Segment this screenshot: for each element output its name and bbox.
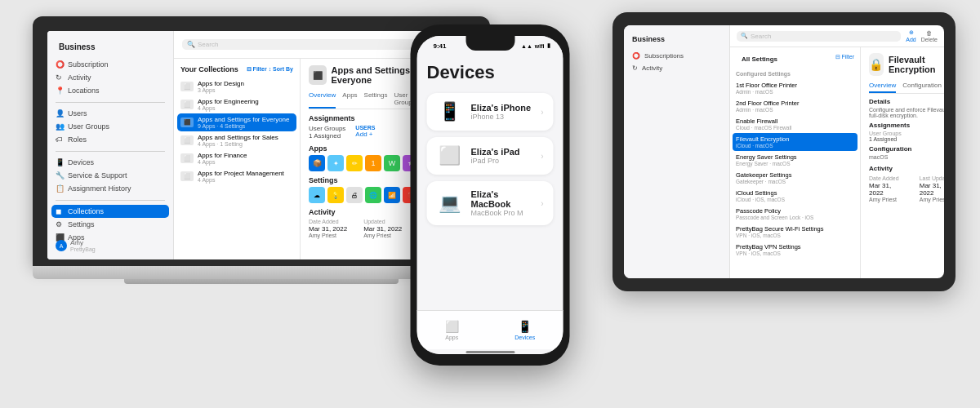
phone-notch	[466, 36, 514, 51]
tablet-sidebar-subscriptions[interactable]: ⭕ Subscriptions	[624, 50, 729, 62]
collection-item-1[interactable]: ⬜ Apps for Engineering 4 Apps	[174, 95, 300, 113]
device-type-2: MacBook Pro M	[471, 209, 533, 217]
collection-item-2[interactable]: ⬛ Apps and Settings for Everyone 9 Apps …	[177, 113, 296, 131]
fv-details-title: Details	[869, 98, 944, 105]
settings-item-7[interactable]: Passcode Policy Passcode and Screen Lock…	[730, 205, 860, 223]
sidebar-item-collections[interactable]: ◼ Collections	[51, 205, 169, 218]
battery-icon: ▮	[547, 42, 550, 49]
sidebar-divider-3	[56, 200, 165, 201]
fv-date-added: Date Added Mar 31, 2022 Amy Priest	[869, 175, 907, 202]
laptop-sidebar: Business ⭕ Subscription ↻ Activity 📍	[47, 31, 174, 259]
tab-apps-icon: ⬜	[445, 320, 459, 333]
device-img-0: 📱	[437, 101, 463, 122]
settings-item-9[interactable]: PrettyBag VPN Settings VPN · iOS, macOS	[730, 241, 860, 259]
tab-settings[interactable]: Settings	[364, 90, 388, 109]
settings-item-6[interactable]: iCloud Settings iCloud · iOS, macOS	[730, 187, 860, 205]
settings-item-4[interactable]: Energy Saver Settings Energy Saver · mac…	[730, 151, 860, 169]
phone-tab-apps[interactable]: ⬜ Apps	[445, 320, 459, 340]
sidebar-item-subscription[interactable]: ⭕ Subscription	[47, 58, 173, 71]
sidebar-item-activity[interactable]: ↻ Activity	[47, 71, 173, 84]
set-icon-4: 📶	[384, 187, 400, 203]
subscription-icon: ⭕	[56, 60, 64, 69]
tablet-sidebar-activity[interactable]: ↻ Activity	[624, 62, 729, 74]
app-icon-0: 📦	[309, 155, 325, 171]
tablet-content: All Settings ⊟ Filter Configured Setting…	[730, 47, 944, 278]
tablet-screen: Business ⭕ Subscriptions ↻ Activity	[624, 25, 944, 278]
history-icon: 📋	[56, 184, 64, 193]
settings-item-1[interactable]: 2nd Floor Office Printer Admin · macOS	[730, 97, 860, 115]
fv-header: 🔒 Filevault Encryption ✎	[869, 53, 944, 76]
activity-icon: ↻	[56, 73, 64, 82]
fv-icon: 🔒	[869, 53, 884, 76]
sidebar-item-usergroups[interactable]: 👥 User Groups	[47, 120, 173, 133]
settings-item-3[interactable]: Filevault Encryption iCloud · macOS	[733, 133, 858, 151]
col-icon-2: ⬛	[180, 118, 194, 127]
phone-content: Devices 📱 Eliza's iPhone iPhone 13 › ⬜ E…	[417, 55, 564, 310]
tablet-bezel: Business ⭕ Subscriptions ↻ Activity	[612, 12, 956, 291]
tablet-add-icon: ⊕	[909, 29, 914, 36]
settings-filter-btn[interactable]: ⊟ Filter	[835, 54, 855, 66]
collection-item-5[interactable]: ⬜ Apps for Project Management 4 Apps	[174, 167, 300, 185]
user-sub: PrettyBag	[70, 246, 96, 252]
chevron-right-1: ›	[541, 152, 543, 161]
collection-item-0[interactable]: ⬜ Apps for Design 3 Apps	[174, 78, 300, 95]
fv-date-updated: Last Updated Mar 31, 2022 Amy Priest	[920, 175, 944, 202]
device-card-0[interactable]: 📱 Eliza's iPhone iPhone 13 ›	[427, 93, 554, 131]
set-icon-3: 🌐	[365, 187, 381, 203]
tab-apps[interactable]: Apps	[342, 90, 357, 109]
sidebar-item-devices[interactable]: 📱 Devices	[47, 156, 173, 169]
search-box[interactable]: 🔍 Search	[182, 39, 424, 50]
col-icon-0: ⬜	[180, 82, 194, 91]
sidebar-item-users[interactable]: 👤 Users	[47, 107, 173, 120]
laptop-foot	[124, 279, 399, 284]
settings-item-2[interactable]: Enable Firewall Cloud · macOS Firewall	[730, 115, 860, 133]
fv-config-val: macOS	[869, 154, 944, 160]
phone-device: 9:41 ▲▲ wifi ▮ Devices 📱 Eliza's iPhone …	[411, 24, 570, 366]
device-card-2[interactable]: 💻 Eliza's MacBook MacBook Pro M ›	[427, 181, 554, 225]
settings-icon: ⚙	[56, 220, 64, 228]
settings-item-5[interactable]: Gatekeeper Settings Gatekeeper · macOS	[730, 169, 860, 187]
users-icon: 👤	[56, 109, 64, 118]
collections-header: Your Collections ⊟ Filter ↕ Sort By	[174, 64, 300, 78]
filter-sort[interactable]: ⊟ Filter ↕ Sort By	[247, 66, 293, 73]
sidebar-item-roles[interactable]: 🏷 Roles	[47, 133, 173, 146]
usergroups-icon: 👥	[56, 122, 64, 131]
col-icon-4: ⬜	[180, 153, 194, 163]
fv-title: Filevault Encryption	[889, 55, 943, 74]
devices-icon: 📱	[56, 158, 64, 166]
home-bar	[466, 351, 514, 353]
phone-tab-devices[interactable]: 📱 Devices	[514, 320, 535, 340]
sidebar-item-settings[interactable]: ⚙ Settings	[47, 218, 173, 231]
tablet-delete-button[interactable]: 🗑 Delete	[921, 30, 938, 42]
col-icon-3: ⬜	[180, 135, 194, 145]
fv-tab-configuration[interactable]: Configuration	[902, 80, 942, 93]
tablet-search[interactable]: 🔍 Search	[737, 31, 901, 42]
device-card-1[interactable]: ⬜ Eliza's iPad iPad Pro ›	[427, 137, 554, 175]
sidebar-divider-1	[56, 102, 165, 103]
settings-list: All Settings ⊟ Filter Configured Setting…	[730, 47, 861, 278]
settings-item-0[interactable]: 1st Floor Office Printer Admin · macOS	[730, 79, 860, 97]
collection-item-3[interactable]: ⬜ Apps and Settings for Sales 4 Apps · 1…	[174, 131, 300, 149]
tablet-add-button[interactable]: ⊕ Add	[906, 29, 915, 42]
phone-screen: 9:41 ▲▲ wifi ▮ Devices 📱 Eliza's iPhone …	[417, 36, 564, 354]
set-icon-2: 🖨	[346, 187, 363, 203]
settings-item-8[interactable]: PrettyBag Secure Wi-Fi Settings VPN · iO…	[730, 223, 860, 241]
collection-item-4[interactable]: ⬜ Apps for Finance 4 Apps	[174, 149, 300, 167]
add-users-link[interactable]: Add +	[355, 131, 375, 138]
sidebar-item-locations[interactable]: 📍 Locations	[47, 84, 173, 97]
subs-icon: ⭕	[632, 52, 640, 60]
fv-tab-overview[interactable]: Overview	[869, 80, 896, 93]
phone-time: 9:41	[434, 42, 447, 50]
app-icon-3: 1	[365, 155, 381, 171]
fv-assign-row: User Groups 1 Assigned	[869, 131, 944, 142]
fv-usergroups: User Groups 1 Assigned	[869, 131, 902, 142]
device-name-1: Eliza's iPad	[471, 147, 533, 157]
tab-overview[interactable]: Overview	[309, 90, 336, 109]
roles-icon: 🏷	[56, 135, 64, 144]
sidebar-item-service[interactable]: 🔧 Service & Support	[47, 169, 173, 182]
set-icon-1: 💡	[327, 187, 344, 203]
tablet-delete-icon: 🗑	[926, 30, 932, 36]
app-icon-2: ✏	[346, 155, 363, 171]
act-icon: ↻	[632, 64, 638, 72]
sidebar-item-assignment-history[interactable]: 📋 Assignment History	[47, 182, 173, 195]
